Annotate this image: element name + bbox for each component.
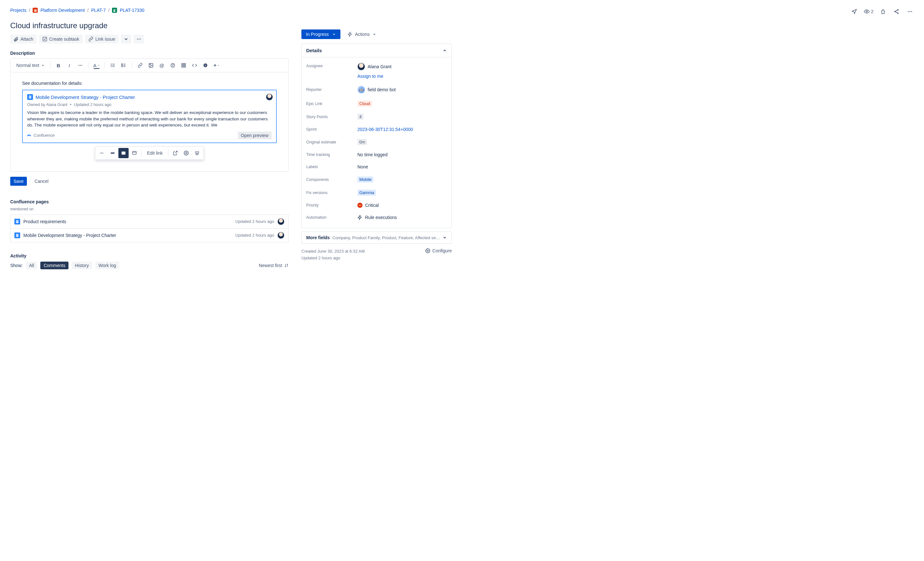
link-issue-dropdown[interactable] [121, 35, 131, 44]
link-floating-toolbar: Edit link [22, 146, 277, 160]
smart-link-card[interactable]: Mobile Development Strategy - Project Ch… [22, 90, 277, 143]
field-components[interactable]: Components Mobile [306, 173, 447, 186]
link-display-embed-icon[interactable] [129, 148, 140, 158]
card-updated: Updated 2 hours ago [74, 102, 111, 107]
field-sprint[interactable]: Sprint 2023-06-30T12:31:54+0000 [306, 123, 447, 135]
field-labels[interactable]: Labels None [306, 161, 447, 173]
meta-dates: Created June 30, 2023 at 6:32 AM Updated… [302, 248, 365, 262]
sprint-value[interactable]: 2023-06-30T12:31:54+0000 [357, 127, 413, 132]
card-title-link[interactable]: Mobile Development Strategy - Project Ch… [36, 95, 135, 100]
confluence-item-title: Product requirements [23, 219, 232, 224]
configure-button[interactable]: Configure [425, 248, 452, 253]
insert-icon[interactable] [212, 60, 221, 70]
confluence-sublabel: mentioned on [10, 207, 289, 211]
svg-point-15 [111, 65, 111, 65]
reporter-value: field demo bot [368, 87, 396, 92]
sprint-label: Sprint [306, 127, 357, 132]
open-link-icon[interactable] [170, 148, 180, 158]
sort-button[interactable]: Newest first [259, 263, 289, 268]
more-fields-sub: Company, Product Family, Product, Featur… [332, 235, 440, 240]
field-assignee[interactable]: Assignee Alana Grant Assign to me [306, 59, 447, 82]
field-original-estimate[interactable]: Original estimate 0m [306, 135, 447, 149]
numbered-list-icon[interactable]: 123 [119, 60, 129, 70]
svg-point-6 [911, 11, 912, 12]
svg-rect-47 [132, 151, 136, 154]
italic-icon[interactable]: I [64, 60, 74, 70]
tab-history[interactable]: History [72, 262, 92, 269]
svg-point-57 [427, 250, 428, 251]
mention-icon[interactable]: @ [157, 60, 167, 70]
components-value[interactable]: Mobile [357, 176, 374, 182]
breadcrumb-projects[interactable]: Projects [10, 8, 27, 13]
assignee-value: Alana Grant [368, 64, 392, 69]
confluence-list-item[interactable]: Mobile Development Strategy - Project Ch… [10, 228, 288, 242]
breadcrumb-issue[interactable]: PLAT-17330 [120, 8, 144, 13]
status-label: In Progress [306, 32, 329, 37]
edit-link-button[interactable]: Edit link [144, 149, 166, 158]
svg-point-4 [908, 11, 909, 12]
status-dropdown[interactable]: In Progress [302, 30, 340, 39]
breadcrumb-epic[interactable]: PLAT-7 [91, 8, 106, 13]
link-display-inline-icon[interactable] [108, 148, 118, 158]
info-icon[interactable]: i [201, 60, 210, 70]
more-toolbar-button[interactable] [134, 35, 144, 44]
field-priority[interactable]: Priority Critical [306, 199, 447, 211]
story-points-label: Story Points [306, 114, 357, 119]
automation-value[interactable]: Rule executions [365, 215, 397, 220]
epic-link-value[interactable]: Cloud [357, 101, 372, 107]
page-title[interactable]: Cloud infrastructure upgrade [10, 21, 289, 30]
assign-to-me-link[interactable]: Assign to me [357, 74, 383, 79]
svg-point-14 [111, 64, 111, 64]
vote-icon[interactable] [879, 8, 887, 15]
share-icon[interactable] [892, 8, 900, 15]
tab-all[interactable]: All [26, 262, 38, 269]
gear-icon [425, 248, 430, 253]
show-label: Show: [10, 263, 23, 268]
cancel-button[interactable]: Cancel [32, 177, 52, 186]
field-epic-link[interactable]: Epic Link Cloud [306, 97, 447, 110]
text-color-icon[interactable]: A [92, 60, 101, 70]
remove-link-icon[interactable] [192, 148, 202, 158]
save-button[interactable]: Save [10, 177, 27, 186]
watch-button[interactable]: 2 [864, 9, 873, 14]
link-issue-button[interactable]: Link issue [85, 35, 118, 44]
field-fix-versions[interactable]: Fix versions Gamma [306, 186, 447, 199]
fix-versions-value[interactable]: Gamma [357, 190, 376, 196]
actions-dropdown[interactable]: Actions [345, 30, 379, 39]
feedback-icon[interactable] [850, 8, 858, 15]
confluence-list-item[interactable]: Product requirements Updated 2 hours ago [10, 215, 288, 228]
more-actions-icon[interactable] [906, 8, 914, 15]
svg-point-9 [138, 39, 140, 40]
field-reporter[interactable]: Reporter 🤖 field demo bot [306, 82, 447, 97]
more-formatting-icon[interactable] [75, 60, 85, 70]
tab-comments[interactable]: Comments [40, 262, 69, 269]
svg-point-1 [897, 9, 898, 10]
issue-type-icon: ◧ [112, 8, 117, 13]
field-time-tracking[interactable]: Time tracking No time logged [306, 149, 447, 161]
created-date: Created June 30, 2023 at 6:32 AM [302, 248, 365, 255]
field-automation[interactable]: Automation Rule executions [306, 211, 447, 224]
field-story-points[interactable]: Story Points 4 [306, 110, 447, 123]
tab-worklog[interactable]: Work log [95, 262, 119, 269]
link-icon[interactable] [135, 60, 145, 70]
reporter-label: Reporter [306, 87, 357, 92]
details-header[interactable]: Details [302, 44, 452, 57]
link-display-card-icon[interactable] [118, 148, 129, 158]
editor-body[interactable]: See documentation for details: Mobile De… [10, 72, 288, 171]
bold-icon[interactable]: B [54, 60, 63, 70]
table-icon[interactable] [179, 60, 189, 70]
link-settings-icon[interactable] [181, 148, 191, 158]
priority-critical-icon [357, 203, 363, 208]
updated-date: Updated 2 hours ago [302, 255, 365, 262]
bullet-list-icon[interactable] [108, 60, 118, 70]
more-fields-toggle[interactable]: More fields Company, Product Family, Pro… [302, 232, 452, 244]
image-icon[interactable] [146, 60, 156, 70]
attach-button[interactable]: Attach [10, 35, 36, 44]
create-subtask-button[interactable]: Create subtask [39, 35, 82, 44]
breadcrumb-project[interactable]: Platform Development [40, 8, 85, 13]
link-display-url-icon[interactable] [97, 148, 107, 158]
emoji-icon[interactable] [168, 60, 178, 70]
text-style-dropdown[interactable]: Normal text [14, 62, 47, 69]
open-preview-button[interactable]: Open preview [238, 132, 272, 139]
code-icon[interactable] [190, 60, 200, 70]
